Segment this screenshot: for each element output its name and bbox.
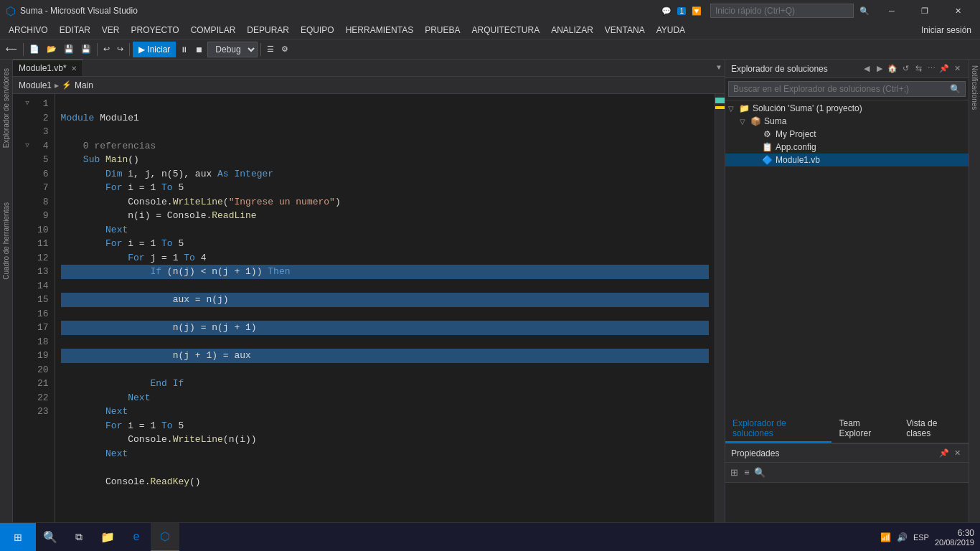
code-line-13: aux = n(j): [61, 293, 709, 307]
properties-header: Propiedades 📌 ✕: [725, 444, 969, 463]
config-select[interactable]: Debug: [207, 42, 258, 57]
line-number: 11: [37, 237, 49, 251]
sol-home-btn[interactable]: 🏠: [887, 63, 898, 75]
module1-tab[interactable]: Module1.vb* ✕: [13, 60, 83, 76]
quick-launch-input[interactable]: [710, 4, 854, 18]
sol-forward-btn[interactable]: ▶: [874, 63, 885, 75]
menu-ventana[interactable]: VENTANA: [599, 23, 651, 37]
sol-module1-item[interactable]: 🔷 Module1.vb: [725, 154, 969, 166]
menu-archivo[interactable]: ARCHIVO: [3, 23, 54, 37]
collapse-btn-2[interactable]: ▽: [23, 139, 32, 154]
back-button[interactable]: ⟵: [3, 42, 20, 57]
tab-close-icon[interactable]: ✕: [71, 65, 77, 72]
pause-button[interactable]: ⏸: [177, 42, 191, 57]
toolbar-more-1[interactable]: ☰: [264, 42, 277, 57]
sol-appconfig-item[interactable]: 📋 App.config: [725, 141, 969, 154]
sol-back-btn[interactable]: ◀: [861, 63, 872, 75]
collapse-btn-1[interactable]: ▽: [23, 97, 32, 111]
sol-close-btn[interactable]: ✕: [951, 63, 963, 75]
tab-team-explorer[interactable]: Team Explorer: [831, 415, 899, 443]
sol-explorer-controls: ◀ ▶ 🏠 ↺ ⇆ ⋯ 📌 ✕: [861, 63, 963, 75]
notification-badge: 1: [677, 7, 686, 15]
code-line-16: End If: [61, 378, 184, 389]
prop-pin-btn[interactable]: 📌: [938, 448, 950, 459]
sol-solution-item[interactable]: ▽ 📁 Solución 'Suma' (1 proyecto): [725, 102, 969, 115]
scroll-indicator-green: [715, 98, 725, 103]
scroll-indicator-yellow: [715, 106, 725, 109]
open-button[interactable]: 📂: [44, 42, 60, 57]
line-number: 6: [37, 167, 49, 182]
network-icon[interactable]: 📶: [880, 532, 891, 542]
proj-expand-arrow: ▽: [740, 118, 750, 126]
code-line-20: Console.WriteLine(n(i)): [61, 434, 257, 445]
save-button[interactable]: 💾: [61, 42, 77, 57]
menu-herramientas[interactable]: HERRAMIENTAS: [340, 23, 419, 37]
menu-prueba[interactable]: PRUEBA: [419, 23, 466, 37]
menu-analizar[interactable]: ANALIZAR: [545, 23, 599, 37]
prop-search-btn[interactable]: 🔍: [754, 467, 765, 479]
left-side-tabs: Explorador de servidores Cuadro de herra…: [0, 60, 13, 537]
sol-search-input[interactable]: [729, 84, 946, 94]
line-number: 17: [37, 321, 49, 335]
appconfig-label: App.config: [776, 142, 816, 152]
start-button[interactable]: ▶ Iniciar: [133, 42, 176, 57]
prop-grid-btn[interactable]: ⊞: [728, 467, 740, 479]
myproj-arrow: [751, 131, 761, 138]
line-number: 4: [37, 139, 49, 154]
prop-close-btn[interactable]: ✕: [951, 448, 963, 459]
sol-explorer-header: Explorador de soluciones ◀ ▶ 🏠 ↺ ⇆ ⋯ 📌 ✕: [725, 60, 969, 78]
menu-compilar[interactable]: COMPILAR: [185, 23, 242, 37]
line-number: 2: [37, 111, 49, 126]
sol-pin-btn[interactable]: 📌: [938, 63, 950, 75]
toolbar-separator-2: [97, 43, 98, 56]
menu-editar[interactable]: EDITAR: [54, 23, 96, 37]
menu-arquitectura[interactable]: ARQUITECTURA: [466, 23, 546, 37]
code-body[interactable]: Module Module1 0 referencias Sub Main() …: [55, 94, 715, 527]
menu-depurar[interactable]: DEPURAR: [241, 23, 295, 37]
sol-myproject-item[interactable]: ⚙ My Project: [725, 128, 969, 141]
code-line-11: For j = 1 To 4: [61, 253, 207, 263]
signin-button[interactable]: Iniciar sesión: [915, 25, 977, 35]
toolbar-more-2[interactable]: ⚙: [278, 42, 291, 57]
tab-vista-clases[interactable]: Vista de clases: [899, 415, 969, 443]
save-all-button[interactable]: 💾: [78, 42, 94, 57]
module1-icon: 🔷: [761, 155, 773, 165]
sol-explorer-title: Explorador de soluciones: [731, 64, 828, 74]
menu-equipo[interactable]: EQUIPO: [295, 23, 340, 37]
tab-sol-explorer[interactable]: Explorador de soluciones: [725, 415, 831, 443]
stop-button[interactable]: ⏹: [192, 42, 206, 57]
code-line-23: Console.ReadKey(): [61, 476, 201, 487]
titlebar-title: Suma - Microsoft Visual Studio: [20, 6, 661, 16]
task-view-btn[interactable]: ⧉: [65, 523, 93, 552]
restore-button[interactable]: ❐: [908, 0, 941, 22]
line-number: 13: [37, 265, 49, 279]
file-explorer-btn[interactable]: 📁: [93, 523, 122, 552]
minimize-button[interactable]: ─: [875, 0, 908, 22]
code-line-7: Console.WriteLine("Ingrese un numero"): [61, 197, 341, 207]
undo-button[interactable]: ↩: [100, 42, 113, 57]
sol-more-btn[interactable]: ⋯: [925, 63, 937, 75]
sol-project-item[interactable]: ▽ 📦 Suma: [725, 115, 969, 128]
server-explorer-tab[interactable]: Explorador de servidores: [1, 64, 11, 152]
start-menu-btn[interactable]: ⊞: [0, 523, 36, 552]
notif-label[interactable]: Notificaciones: [971, 62, 979, 113]
prop-list-btn[interactable]: ≡: [741, 467, 753, 479]
line-numbers: 1 2 3 4 5 6 7 8 9 10 11 12 13 14 15 16 1…: [32, 94, 55, 527]
close-button[interactable]: ✕: [941, 0, 974, 22]
menu-ayuda[interactable]: AYUDA: [651, 23, 691, 37]
tab-scroll[interactable]: ▼: [713, 60, 725, 76]
menu-ver[interactable]: VER: [96, 23, 126, 37]
new-file-button[interactable]: 📄: [27, 42, 42, 57]
sol-refresh-btn[interactable]: ↺: [900, 63, 911, 75]
volume-icon[interactable]: 🔊: [897, 532, 908, 542]
edge-btn[interactable]: e: [122, 523, 151, 552]
search-taskbar-btn[interactable]: 🔍: [36, 523, 65, 552]
vs-taskbar-btn[interactable]: ⬡: [151, 523, 179, 552]
code-line-18: Next: [61, 406, 128, 417]
toolbox-tab[interactable]: Cuadro de herramientas: [1, 198, 11, 284]
breakpoint-margin: [13, 94, 23, 527]
sol-sync-btn[interactable]: ⇆: [913, 63, 924, 75]
redo-button[interactable]: ↪: [114, 42, 126, 57]
main-area: Explorador de servidores Cuadro de herra…: [0, 60, 980, 537]
menu-proyecto[interactable]: PROYECTO: [126, 23, 185, 37]
